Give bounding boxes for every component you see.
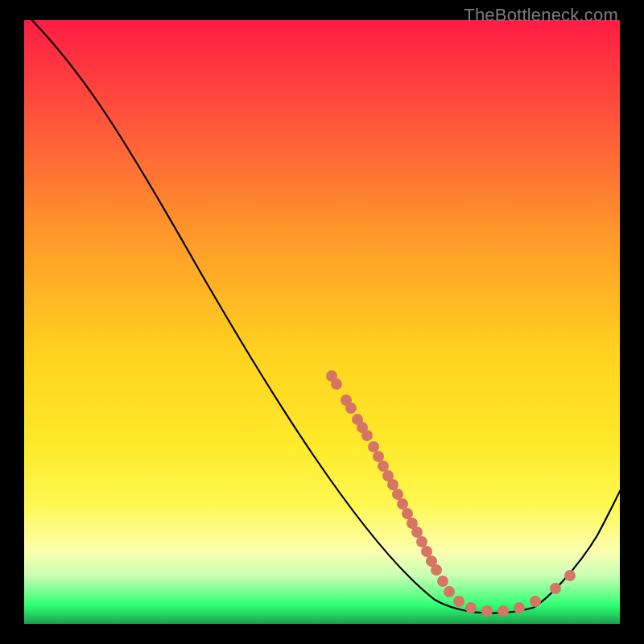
data-point <box>392 489 403 500</box>
data-point <box>345 402 357 414</box>
data-point <box>514 602 525 613</box>
data-point <box>431 564 442 576</box>
data-point <box>361 430 373 441</box>
data-point <box>402 508 413 519</box>
data-point <box>453 596 464 607</box>
data-point <box>465 602 477 613</box>
data-point <box>444 586 455 597</box>
curve-points <box>326 370 576 617</box>
data-point <box>331 378 342 390</box>
data-point <box>373 451 384 462</box>
data-point <box>550 583 561 594</box>
data-point <box>530 596 541 607</box>
data-point <box>411 526 423 538</box>
data-point <box>397 498 408 510</box>
chart-plot-area <box>24 20 620 624</box>
chart-svg <box>24 20 620 624</box>
data-point <box>416 536 427 547</box>
data-point <box>437 576 448 587</box>
data-point <box>564 570 576 581</box>
watermark-text: TheBottleneck.com <box>464 5 618 26</box>
data-point <box>387 479 398 490</box>
data-point <box>378 460 389 472</box>
data-point <box>368 441 379 452</box>
data-point <box>481 605 493 617</box>
data-point <box>421 546 432 557</box>
bottleneck-curve <box>24 20 620 613</box>
data-point <box>497 605 509 617</box>
